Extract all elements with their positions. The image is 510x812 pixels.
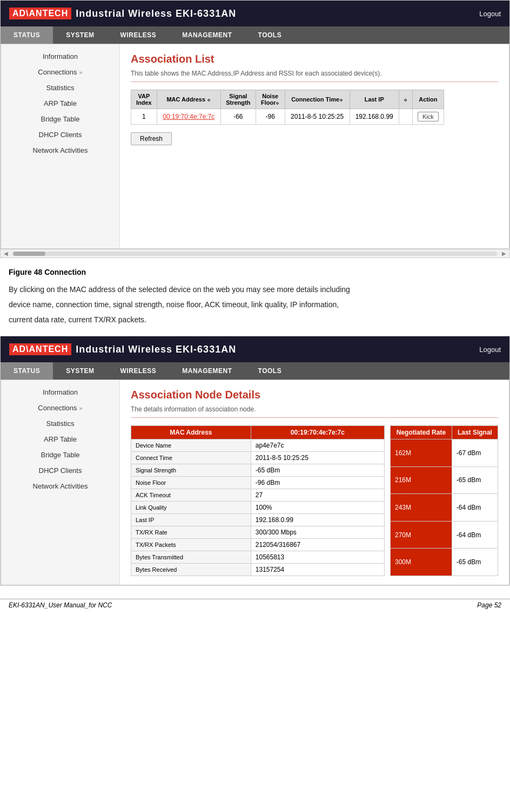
detail-row: Bytes Received13157254 — [131, 564, 385, 576]
col-vap: VAPIndex — [131, 90, 157, 109]
scroll-track[interactable] — [13, 252, 497, 256]
col-signal: SignalStrength — [220, 90, 256, 109]
rate-row: 270M-64 dBm — [391, 521, 498, 549]
sidebar-connections-2[interactable]: Connections » — [1, 400, 119, 416]
logout-button[interactable]: Logout — [479, 10, 501, 18]
figure-section: Figure 48 Connection By clicking on the … — [0, 268, 510, 327]
sidebar-information-2[interactable]: Information — [1, 384, 119, 400]
col-mac: MAC Address ⬦ — [157, 90, 220, 109]
refresh-button[interactable]: Refresh — [131, 132, 172, 145]
header-bar-2: AD\ANTECH Industrial Wireless EKI-6331AN… — [1, 336, 509, 362]
detail-row: Last IP192.168.0.99 — [131, 514, 385, 526]
footer: EKI-6331AN_User Manual_for NCC Page 52 — [0, 599, 510, 611]
footer-right: Page 52 — [477, 601, 501, 609]
sidebar-bridge-table-2[interactable]: Bridge Table — [1, 447, 119, 463]
body-text-2: device name, connection time, signal str… — [9, 297, 501, 312]
scroll-left-arrow[interactable]: ◀ — [1, 251, 11, 256]
detail-row: ACK Timeout27 — [131, 489, 385, 502]
sidebar-connections[interactable]: Connections » — [1, 64, 119, 80]
cell-last-ip: 192.168.0.99 — [350, 109, 399, 125]
mac-address-link[interactable]: 00:19:70:4e:7e:7c — [163, 113, 214, 120]
col-mac-header: MAC Address — [131, 426, 251, 439]
page-description: This table shows the MAC Address,IP Addr… — [131, 70, 498, 82]
sidebar-network-activities[interactable]: Network Activities — [1, 143, 119, 158]
col-noise: NoiseFloor⬦ — [256, 90, 285, 109]
rate-row: 300M-65 dBm — [391, 549, 498, 576]
detail-row: Link Quality100% — [131, 502, 385, 514]
nav-tools-2[interactable]: Tools — [245, 362, 295, 380]
col-action: Action — [412, 90, 444, 109]
nav-system[interactable]: System — [53, 26, 107, 44]
table-row: 1 00:19:70:4e:7e:7c -66 -96 2011-8-5 10:… — [131, 109, 444, 125]
footer-left: EKI-6331AN_User Manual_for NCC — [9, 601, 112, 609]
logo-text-2: Industrial Wireless EKI-6331AN — [76, 344, 236, 355]
nav-wireless-2[interactable]: Wireless — [108, 362, 170, 380]
sidebar: Information Connections » Statistics ARP… — [1, 44, 120, 248]
col-neg-rate: Negotiated Rate — [391, 426, 452, 439]
details-outer: MAC Address 00:19:70:4e:7e:7c Device Nam… — [131, 425, 498, 576]
nav-system-2[interactable]: System — [53, 362, 107, 380]
rate-row: 162M-67 dBm — [391, 439, 498, 467]
nav-bar: Status System Wireless Management Tools — [1, 26, 509, 44]
body-text-1: By clicking on the MAC address of the se… — [9, 282, 501, 297]
col-lastip: Last IP — [350, 90, 399, 109]
sidebar-statistics-2[interactable]: Statistics — [1, 416, 119, 431]
header-bar: AD\ANTECH Industrial Wireless EKI-6331AN… — [1, 1, 509, 26]
kick-button[interactable]: Kick — [418, 112, 439, 121]
scroll-right-arrow[interactable]: ▶ — [499, 251, 509, 256]
col-sort: ⬦ — [399, 90, 412, 109]
main-layout: Information Connections » Statistics ARP… — [1, 44, 509, 249]
col-conn: Connection Time⬦ — [285, 90, 350, 109]
rate-row: 216M-65 dBm — [391, 466, 498, 494]
logout-button-2[interactable]: Logout — [479, 346, 501, 354]
detail-row: Bytes Transmitted10565813 — [131, 551, 385, 564]
nav-status[interactable]: Status — [1, 26, 53, 44]
detail-row: TX/RX Packets212054/316867 — [131, 539, 385, 551]
logo-area-2: AD\ANTECH Industrial Wireless EKI-6331AN — [9, 343, 236, 355]
logo-box: AD\ANTECH — [9, 8, 71, 19]
sidebar-dhcp-clients[interactable]: DHCP Clients — [1, 127, 119, 143]
nav-wireless[interactable]: Wireless — [108, 26, 170, 44]
detail-row: Device Nameap4e7e7c — [131, 439, 385, 452]
cell-conn-time: 2011-8-5 10:25:25 — [285, 109, 350, 125]
page-description-2: The details information of association n… — [131, 405, 498, 418]
page-title-2: Association Node Details — [131, 389, 498, 401]
nav-management-2[interactable]: Management — [169, 362, 245, 380]
body-text-3: current data rate, current TX/RX packets… — [9, 312, 501, 327]
details-right-table: Negotiated Rate Last Signal 162M-67 dBm2… — [390, 425, 498, 576]
nav-tools[interactable]: Tools — [245, 26, 295, 44]
connections-arrow: » — [79, 69, 83, 76]
details-left-table: MAC Address 00:19:70:4e:7e:7c Device Nam… — [131, 425, 385, 576]
col-mac-value: 00:19:70:4e:7e:7c — [251, 426, 384, 439]
sidebar-statistics[interactable]: Statistics — [1, 80, 119, 96]
sidebar-arp-table[interactable]: ARP Table — [1, 96, 119, 111]
logo-box-2: AD\ANTECH — [9, 343, 71, 355]
detail-row: Noise Floor-96 dBm — [131, 477, 385, 489]
sidebar-information[interactable]: Information — [1, 49, 119, 64]
rate-row: 243M-64 dBm — [391, 494, 498, 522]
sidebar-dhcp-clients-2[interactable]: DHCP Clients — [1, 463, 119, 478]
sidebar-2: Information Connections » Statistics ARP… — [1, 380, 120, 585]
main-layout-2: Information Connections » Statistics ARP… — [1, 380, 509, 585]
refresh-container: Refresh — [131, 125, 498, 145]
sidebar-arp-table-2[interactable]: ARP Table — [1, 431, 119, 447]
scroll-thumb[interactable] — [13, 252, 45, 256]
cell-action: Kick — [412, 109, 444, 125]
nav-management[interactable]: Management — [169, 26, 245, 44]
content-area: Association List This table shows the MA… — [120, 44, 509, 248]
detail-row: Connect Time2011-8-5 10:25:25 — [131, 452, 385, 464]
logo-area: AD\ANTECH Industrial Wireless EKI-6331AN — [9, 8, 236, 19]
sidebar-bridge-table[interactable]: Bridge Table — [1, 111, 119, 127]
detail-row: Signal Strength-65 dBm — [131, 464, 385, 477]
scroll-area[interactable]: ◀ ▶ — [1, 249, 509, 258]
cell-mac: 00:19:70:4e:7e:7c — [157, 109, 220, 125]
nav-status-2[interactable]: Status — [1, 362, 53, 380]
content-area-2: Association Node Details The details inf… — [120, 380, 509, 585]
screenshot-2: AD\ANTECH Industrial Wireless EKI-6331AN… — [0, 336, 510, 586]
cell-vap: 1 — [131, 109, 157, 125]
sidebar-network-activities-2[interactable]: Network Activities — [1, 478, 119, 494]
connections-arrow-2: » — [79, 405, 83, 411]
col-last-signal: Last Signal — [452, 426, 498, 439]
association-table: VAPIndex MAC Address ⬦ SignalStrength No… — [131, 90, 444, 125]
detail-row: TX/RX Rate300/300 Mbps — [131, 526, 385, 539]
